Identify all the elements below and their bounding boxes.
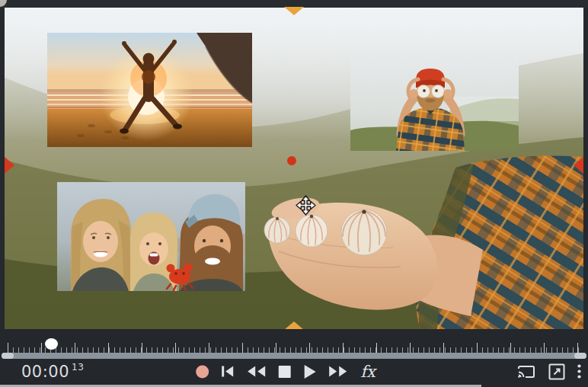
- skip-to-start-icon: [221, 366, 234, 378]
- fx-button[interactable]: fx: [360, 363, 375, 379]
- more-vertical-icon: [577, 364, 581, 379]
- video-preview-window: 00:0013: [0, 0, 588, 387]
- fit-to-screen-icon: [548, 363, 565, 380]
- timeline-scrollbar[interactable]: [2, 353, 586, 359]
- rewind-button[interactable]: [246, 366, 266, 378]
- selection-handle-right[interactable]: [574, 157, 583, 174]
- record-icon: [196, 365, 209, 378]
- cast-button[interactable]: [516, 364, 536, 379]
- overlay-family-selfie[interactable]: [57, 182, 245, 291]
- transport-controls: fx: [196, 363, 375, 379]
- fit-to-screen-button[interactable]: [548, 363, 565, 380]
- ruler-major-ticks: [8, 343, 583, 353]
- play-icon: [303, 364, 316, 379]
- fast-forward-button[interactable]: [328, 366, 348, 378]
- record-button[interactable]: [196, 365, 209, 378]
- more-options-button[interactable]: [577, 364, 581, 379]
- stop-icon: [278, 365, 291, 378]
- fast-forward-icon: [328, 366, 348, 378]
- scrollbar-left-handle[interactable]: [2, 353, 14, 359]
- transport-bar: 00:0013: [0, 359, 588, 384]
- playback-panel: 00:0013: [0, 329, 588, 387]
- preview-canvas[interactable]: [5, 8, 583, 329]
- move-cursor-icon: [296, 195, 316, 216]
- player-right-controls: [516, 363, 581, 380]
- seek-ruler[interactable]: [5, 341, 583, 353]
- overlay-beach-jump[interactable]: [47, 33, 252, 147]
- selection-handle-left[interactable]: [5, 157, 14, 174]
- scrollbar-right-handle[interactable]: [574, 353, 586, 359]
- stop-button[interactable]: [278, 365, 291, 378]
- play-button[interactable]: [303, 364, 316, 379]
- rewind-icon: [246, 366, 266, 378]
- fx-label: fx: [360, 363, 375, 379]
- cast-icon: [516, 364, 536, 379]
- playhead[interactable]: [45, 338, 58, 350]
- skip-to-start-button[interactable]: [221, 366, 234, 378]
- timecode: 00:0013: [21, 363, 84, 381]
- selection-handle-top[interactable]: [284, 7, 304, 15]
- timecode-main: 00:00: [21, 363, 69, 381]
- timecode-frames: 13: [72, 362, 84, 373]
- selection-center-anchor[interactable]: [287, 156, 296, 165]
- overlay-urchin-eyes[interactable]: [350, 57, 519, 151]
